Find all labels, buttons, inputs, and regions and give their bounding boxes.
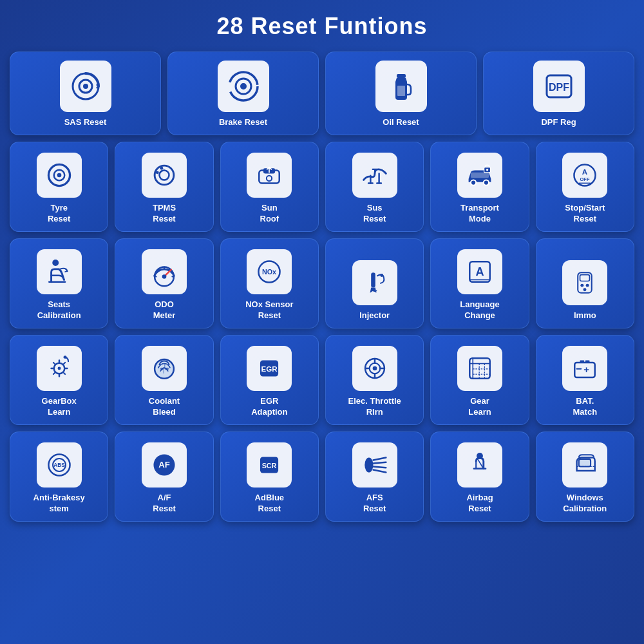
svg-point-47 <box>581 284 584 287</box>
svg-point-48 <box>586 284 589 287</box>
language-change-icon: A <box>457 249 502 294</box>
bat-match-icon: + <box>562 346 607 391</box>
sun-roof-icon <box>247 153 292 198</box>
gear-learn-card[interactable]: GearLearn <box>430 335 529 425</box>
row-3: SeatsCalibration ODOMeter <box>10 238 634 328</box>
windows-calibration-icon <box>562 442 607 488</box>
egr-adaption-card[interactable]: EGR EGRAdaption <box>220 335 319 425</box>
transport-mode-card[interactable]: TransportMode <box>430 142 529 232</box>
stop-start-reset-card[interactable]: A OFF Stop/StartReset <box>536 142 634 232</box>
dpf-reg-icon: DPF <box>533 61 585 112</box>
language-change-card[interactable]: A LanguageChange <box>430 238 529 328</box>
dpf-reg-card[interactable]: DPF DPF Reg <box>483 52 634 135</box>
row-1: SAS Reset Brake Reset <box>10 52 634 135</box>
brake-reset-card[interactable]: Brake Reset <box>167 52 319 135</box>
injector-card[interactable]: Injector <box>325 238 424 328</box>
svg-line-84 <box>373 462 386 464</box>
oil-reset-icon <box>375 61 427 112</box>
gearbox-learn-label: GearBoxLearn <box>42 396 77 418</box>
svg-text:EGR: EGR <box>261 365 278 373</box>
gear-learn-icon <box>457 346 502 391</box>
gearbox-learn-card[interactable]: GearBoxLearn <box>10 335 108 425</box>
airbag-reset-card[interactable]: AirbagReset <box>430 431 529 522</box>
svg-rect-71 <box>580 361 585 363</box>
oil-reset-card[interactable]: Oil Reset <box>325 52 477 135</box>
sas-reset-icon <box>60 61 111 112</box>
svg-rect-40 <box>371 272 375 287</box>
oil-reset-label: Oil Reset <box>383 117 419 128</box>
transport-mode-icon <box>457 153 502 198</box>
anti-brakesystem-card[interactable]: ABS Anti-Brakesystem <box>10 431 108 522</box>
row-4: GearBoxLearn CoolantBleed <box>10 335 634 425</box>
tyre-reset-card[interactable]: TyreReset <box>10 142 108 232</box>
svg-point-21 <box>484 180 489 185</box>
svg-point-24 <box>486 169 488 171</box>
svg-point-2 <box>83 84 88 89</box>
anti-brakesystem-icon: ABS <box>37 442 82 488</box>
svg-text:OFF: OFF <box>580 176 590 182</box>
airbag-reset-label: AirbagReset <box>466 493 493 515</box>
immo-label: Immo <box>574 310 596 321</box>
odo-meter-icon <box>142 249 187 294</box>
afs-reset-card[interactable]: AFSReset <box>325 431 424 522</box>
coolant-bleed-icon <box>142 346 187 391</box>
svg-line-85 <box>373 467 386 468</box>
svg-text:DPF: DPF <box>549 82 569 93</box>
nox-sensor-reset-card[interactable]: NOx NOx SensorReset <box>220 238 319 328</box>
afs-reset-icon <box>352 442 397 488</box>
brake-reset-icon <box>218 61 269 112</box>
afs-reset-label: AFSReset <box>363 493 386 515</box>
svg-rect-89 <box>579 459 591 467</box>
coolant-bleed-card[interactable]: CoolantBleed <box>115 335 213 425</box>
af-reset-card[interactable]: AF A/FReset <box>115 431 213 522</box>
svg-rect-22 <box>471 173 489 178</box>
row-5: ABS Anti-Brakesystem AF A/FReset SCR <box>10 431 634 522</box>
elec-throttle-icon <box>352 346 397 391</box>
svg-line-37 <box>169 269 170 270</box>
sas-reset-card[interactable]: SAS Reset <box>10 52 161 135</box>
tpms-reset-card[interactable]: TPMSReset <box>115 142 213 232</box>
seats-calibration-card[interactable]: SeatsCalibration <box>10 238 108 328</box>
sun-roof-card[interactable]: SunRoof <box>220 142 319 232</box>
brake-reset-label: Brake Reset <box>219 117 267 128</box>
sun-roof-label: SunRoof <box>260 203 279 225</box>
svg-point-51 <box>57 367 61 370</box>
gear-learn-label: GearLearn <box>468 396 491 418</box>
svg-point-29 <box>52 260 59 266</box>
af-reset-icon: AF <box>142 442 187 488</box>
tpms-reset-icon <box>142 153 187 198</box>
sus-reset-card[interactable]: SusReset <box>325 142 424 232</box>
odo-meter-card[interactable]: ODOMeter <box>115 238 213 328</box>
injector-icon <box>352 260 397 305</box>
adblue-reset-icon: SCR <box>247 442 292 488</box>
immo-card[interactable]: Immo <box>536 238 634 328</box>
svg-point-52 <box>63 355 66 359</box>
svg-point-5 <box>240 83 247 90</box>
sus-reset-label: SusReset <box>363 203 386 225</box>
svg-point-41 <box>380 274 383 277</box>
language-change-label: LanguageChange <box>460 299 499 321</box>
svg-line-86 <box>373 470 386 473</box>
transport-mode-label: TransportMode <box>460 203 499 225</box>
elec-throttle-card[interactable]: Elec. ThrottleRlrn <box>325 335 424 425</box>
nox-sensor-reset-icon: NOx <box>247 249 292 294</box>
row-2: TyreReset TPMSReset <box>10 142 634 232</box>
svg-rect-7 <box>397 86 405 96</box>
windows-calibration-label: WindowsCalibration <box>563 493 607 515</box>
tyre-reset-label: TyreReset <box>48 203 70 225</box>
stop-start-reset-label: Stop/StartReset <box>565 203 605 225</box>
bat-match-label: BAT.Match <box>573 396 598 418</box>
svg-point-62 <box>372 366 377 371</box>
bat-match-card[interactable]: + BAT.Match <box>536 335 634 425</box>
svg-text:A: A <box>582 168 588 176</box>
adblue-reset-label: AdBlueReset <box>255 493 285 515</box>
svg-point-20 <box>471 180 476 185</box>
dpf-reg-label: DPF Reg <box>541 117 576 128</box>
windows-calibration-card[interactable]: WindowsCalibration <box>536 431 634 522</box>
airbag-reset-icon <box>457 442 502 488</box>
anti-brakesystem-label: Anti-Brakesystem <box>33 493 85 515</box>
svg-line-83 <box>373 458 386 460</box>
egr-adaption-label: EGRAdaption <box>251 396 287 418</box>
adblue-reset-card[interactable]: SCR AdBlueReset <box>220 431 319 522</box>
svg-text:SCR: SCR <box>262 462 277 469</box>
